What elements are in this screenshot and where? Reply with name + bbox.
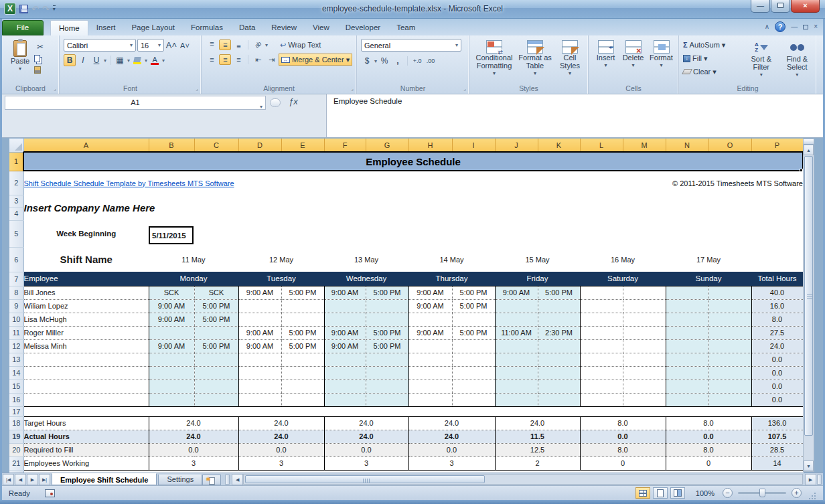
zoom-out-button[interactable]: − — [723, 488, 733, 498]
total-hours-cell[interactable]: 0.0 — [751, 393, 803, 406]
minimize-button[interactable]: — — [751, 0, 770, 13]
cell[interactable]: 5:00 PM — [452, 299, 495, 313]
grow-font-button[interactable]: A˄ — [165, 39, 177, 52]
cell[interactable] — [149, 353, 194, 366]
conditional-formatting-button[interactable]: Conditional Formatting ▾ — [473, 39, 515, 82]
total-hours-cell[interactable]: 0.0 — [751, 353, 803, 366]
cell[interactable] — [408, 393, 452, 406]
day-header-cell[interactable]: Monday — [149, 272, 238, 286]
cell[interactable] — [580, 353, 623, 366]
copy-button[interactable] — [34, 55, 40, 62]
insert-function-icon[interactable]: ƒx — [289, 96, 298, 106]
column-header-l[interactable]: L — [580, 139, 623, 152]
cell[interactable] — [23, 406, 803, 416]
cell[interactable]: 5:00 PM — [538, 286, 580, 299]
summary-value-cell[interactable]: 8.0 — [580, 416, 666, 430]
column-header-m[interactable]: M — [623, 139, 666, 152]
employee-name-cell[interactable] — [23, 393, 149, 406]
cell[interactable] — [538, 366, 580, 380]
tab-developer[interactable]: Developer — [338, 20, 388, 35]
column-header-a[interactable]: A — [23, 139, 149, 152]
summary-value-cell[interactable]: 24.0 — [408, 416, 495, 430]
cell[interactable] — [194, 366, 238, 380]
shift-name-label-cell[interactable]: Shift Name — [23, 247, 149, 272]
find-select-dropdown-icon[interactable]: ▾ — [796, 71, 798, 79]
cell[interactable] — [666, 286, 708, 299]
cell[interactable] — [238, 353, 281, 366]
cell[interactable] — [666, 339, 708, 353]
cell[interactable] — [324, 366, 366, 380]
cell[interactable]: SCK — [149, 286, 194, 299]
summary-value-cell[interactable]: 8.0 — [666, 443, 751, 456]
employee-name-cell[interactable]: Lisa McHugh — [23, 313, 149, 326]
column-header-p[interactable]: P — [751, 139, 803, 152]
cell[interactable] — [149, 380, 194, 393]
cell[interactable] — [194, 380, 238, 393]
column-header-f[interactable]: F — [324, 139, 366, 152]
summary-value-cell[interactable]: 0 — [666, 456, 751, 470]
cell[interactable] — [708, 286, 751, 299]
week-beginning-label-cell[interactable]: Week Beginning — [23, 220, 149, 247]
clear-dropdown-icon[interactable]: ▾ — [712, 68, 717, 76]
cell[interactable] — [408, 339, 452, 353]
cell[interactable] — [751, 247, 803, 272]
last-sheet-icon[interactable]: ▶| — [39, 474, 50, 485]
summary-value-cell[interactable]: 12.5 — [495, 443, 580, 456]
cell[interactable] — [666, 313, 708, 326]
insert-worksheet-button[interactable]: ✱ — [202, 475, 221, 485]
cell[interactable] — [495, 380, 538, 393]
total-hours-header-cell[interactable]: Total Hours — [751, 272, 803, 286]
cell[interactable] — [281, 313, 324, 326]
cell[interactable] — [708, 393, 751, 406]
workbook-close-icon[interactable]: × — [814, 23, 818, 31]
cell[interactable]: 9:00 AM — [149, 339, 194, 353]
format-as-table-button[interactable]: Format as Table ▾ — [518, 39, 552, 82]
column-header-g[interactable]: G — [366, 139, 408, 152]
decrease-decimal-button[interactable]: .00 — [425, 55, 437, 67]
column-header-b[interactable]: B — [149, 139, 194, 152]
font-color-dropdown-icon[interactable]: ▾ — [162, 58, 165, 64]
number-dialog-launcher-icon[interactable]: ⌟ — [463, 86, 466, 92]
day-header-cell[interactable]: Saturday — [580, 272, 666, 286]
currency-dropdown-icon[interactable]: ▾ — [374, 58, 377, 64]
page-break-preview-button[interactable] — [670, 487, 685, 499]
column-header-n[interactable]: N — [666, 139, 708, 152]
tab-file[interactable]: File — [2, 20, 44, 35]
row-header[interactable]: 6 — [9, 247, 23, 272]
summary-label-cell[interactable]: Target Hours — [23, 416, 149, 430]
top-align-button[interactable]: ≡ — [206, 39, 218, 50]
scroll-right-icon[interactable]: ▶ — [805, 474, 816, 485]
cell[interactable] — [452, 339, 495, 353]
cell[interactable] — [281, 380, 324, 393]
font-dialog-launcher-icon[interactable]: ⌟ — [196, 86, 198, 92]
cell[interactable] — [324, 313, 366, 326]
row-header[interactable]: 18 — [9, 416, 23, 430]
bold-button[interactable]: B — [64, 54, 76, 66]
cell[interactable] — [366, 313, 408, 326]
cell[interactable] — [495, 339, 538, 353]
next-sheet-icon[interactable]: ▶ — [27, 474, 38, 485]
summary-value-cell[interactable]: 3 — [238, 456, 324, 470]
summary-value-cell[interactable]: 0 — [580, 456, 666, 470]
cell[interactable] — [666, 299, 708, 313]
cell[interactable]: 5:00 PM — [366, 339, 408, 353]
employee-name-cell[interactable]: Roger Miller — [23, 326, 149, 339]
cell[interactable] — [324, 393, 366, 406]
tab-scrollbar-splitter[interactable] — [225, 475, 230, 485]
middle-align-button[interactable]: ≡ — [219, 39, 231, 50]
summary-value-cell[interactable]: 24.0 — [324, 416, 408, 430]
cell[interactable] — [580, 326, 623, 339]
summary-value-cell[interactable]: 24.0 — [149, 430, 238, 443]
cell[interactable] — [708, 326, 751, 339]
summary-value-cell[interactable]: 24.0 — [324, 430, 408, 443]
cell[interactable]: 5:00 PM — [281, 339, 324, 353]
summary-value-cell[interactable]: 2 — [495, 456, 580, 470]
insert-cells-button[interactable]: Insert ▾ — [593, 39, 619, 82]
cell[interactable]: 5:00 PM — [452, 286, 495, 299]
date-cell[interactable]: 13 May — [324, 247, 408, 272]
cell[interactable]: 5:00 PM — [194, 313, 238, 326]
workbook-restore-icon[interactable] — [803, 25, 808, 29]
cell[interactable] — [708, 353, 751, 366]
cell[interactable] — [238, 380, 281, 393]
first-sheet-icon[interactable]: |◀ — [3, 474, 14, 485]
